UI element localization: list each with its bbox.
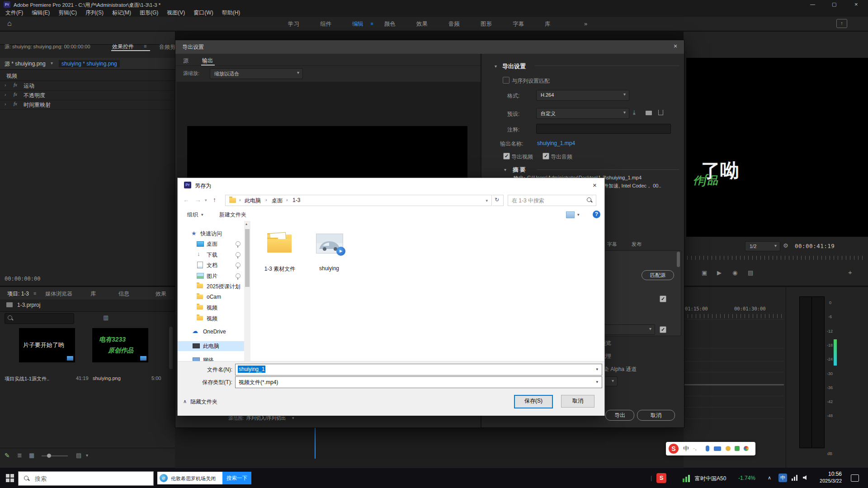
breadcrumb-current-folder[interactable]: 1-3 (292, 197, 300, 203)
clock-time[interactable]: 10:56 (816, 471, 842, 477)
up-icon[interactable]: ↑ (213, 196, 216, 203)
workspace-tab-effects[interactable]: 效果 (416, 20, 428, 28)
workspace-tab-color[interactable]: 颜色 (384, 20, 396, 28)
tab-libraries[interactable]: 库 (90, 290, 96, 298)
file-video-thumb[interactable]: ▶ (316, 234, 343, 253)
address-bar[interactable]: › 此电脑 › 桌面 › 1-3 ▾ (225, 195, 492, 206)
fx-row-opacity[interactable]: › fx 不透明度 (0, 90, 175, 100)
tree-item-documents[interactable]: 文档 (178, 260, 245, 270)
extract-icon[interactable]: ▶ (717, 269, 722, 276)
panel-menu-icon[interactable]: ≡ (144, 43, 146, 49)
project-clip-thumb-2[interactable]: 电有3233 原创作品 (93, 328, 148, 362)
source-range-value[interactable]: 序列切入/序列切出 (246, 415, 286, 422)
file-folder-name[interactable]: 1-3 素材文件 (260, 265, 300, 273)
workspace-overflow-icon[interactable]: » (584, 20, 587, 27)
tab-effect-controls[interactable]: 效果控件 (112, 43, 134, 51)
clip-name[interactable]: 项目实战1-1源文件.. (5, 375, 49, 382)
sogou-logo-icon[interactable]: S (669, 444, 679, 454)
export-button[interactable]: 导出 (605, 410, 634, 421)
setting-checkbox[interactable]: ✓ (660, 326, 666, 333)
forward-icon[interactable]: → (195, 196, 201, 203)
comment-input[interactable] (536, 124, 671, 134)
chevron-down-icon[interactable]: ▾ (596, 367, 598, 371)
monitor-ruler[interactable] (687, 256, 866, 260)
scroll-up-icon[interactable]: ▴ (245, 222, 247, 226)
keyboard-icon[interactable] (714, 446, 721, 451)
chevron-down-icon[interactable]: ▾ (486, 198, 488, 203)
match-sequence-checkbox[interactable] (503, 77, 509, 84)
sort-icon[interactable]: ▤ (76, 452, 81, 459)
network-icon[interactable] (791, 474, 798, 481)
format-select[interactable]: H.264▾ (536, 90, 629, 101)
tree-item-this-pc-selected[interactable]: 此电脑 (178, 341, 245, 351)
tree-item-ocam[interactable]: oCam (178, 292, 245, 302)
chevron-down-icon[interactable]: ▾ (86, 453, 88, 458)
minimize-button[interactable]: — (810, 1, 815, 7)
tree-item-onedrive[interactable]: ☁ OneDrive (178, 327, 245, 337)
back-icon[interactable]: ← (183, 196, 189, 203)
tree-item-folder-2025[interactable]: 2025授课计划 (178, 282, 245, 291)
organize-button[interactable]: 组织 (187, 211, 198, 219)
menu-window[interactable]: 窗口(W) (193, 9, 213, 17)
tray-sogou-icon[interactable]: S (656, 473, 666, 483)
share-icon[interactable]: ↑ (836, 19, 847, 28)
notification-center-icon[interactable] (851, 474, 859, 482)
panel-menu-icon[interactable]: ≡ (33, 291, 36, 296)
export-video-checkbox[interactable]: ✓ (503, 153, 510, 160)
workspace-tab-audio[interactable]: 音频 (448, 20, 460, 28)
history-chevron-icon[interactable]: ▾ (205, 198, 207, 202)
workspace-tab-libraries[interactable]: 库 (545, 20, 551, 28)
list-view-icon[interactable]: ≣ (17, 452, 22, 459)
project-search-input[interactable] (5, 313, 74, 324)
chevron-down-icon[interactable]: ▾ (577, 212, 580, 217)
clip-name[interactable]: shuiying.png (93, 375, 121, 381)
menu-edit[interactable]: 编辑(E) (32, 9, 50, 17)
source-scaling-select[interactable]: 缩放以适合▾ (210, 68, 303, 79)
fx-row-time-remap[interactable]: › fx 时间重映射 (0, 100, 175, 110)
tab-source-monitor[interactable]: 源: shuiying: shuiying.png: 00:00:00:00 (5, 43, 90, 50)
output-name-link[interactable]: shuiying_1.mp4 (537, 140, 575, 146)
playhead-line[interactable] (315, 427, 316, 459)
export-tab-publish[interactable]: 发布 (632, 241, 642, 248)
news-search-button[interactable]: 搜索一下 (222, 472, 251, 484)
lift-icon[interactable]: ▣ (702, 269, 707, 276)
chevron-down-icon[interactable]: ▾ (51, 61, 53, 66)
ime-toolbar[interactable]: S 中 ·, (666, 442, 755, 455)
ime-wheel-icon[interactable] (744, 446, 749, 451)
start-button[interactable] (6, 474, 14, 482)
setting-checkbox[interactable]: ✓ (660, 296, 666, 302)
zoom-slider[interactable] (42, 455, 68, 456)
zoom-slider-knob[interactable] (47, 454, 51, 458)
menu-clip[interactable]: 剪辑(C) (58, 9, 77, 17)
refresh-button[interactable]: ↻ (492, 195, 504, 206)
hide-folders-button[interactable]: 隐藏文件夹 (190, 398, 217, 406)
taskbar-search-box[interactable]: 搜索 (18, 471, 154, 486)
clip-sequence-label[interactable]: shuiying * shuiying.png (59, 60, 120, 67)
breadcrumb-this-pc[interactable]: 此电脑 (245, 197, 261, 205)
news-widget[interactable]: e 伦敦希思罗机场关闭 搜索一下 (157, 472, 251, 484)
scrollbar-track[interactable]: ▴ (244, 221, 250, 361)
workspace-tab-edit-active[interactable]: 编辑 (352, 20, 363, 28)
view-mode-icon[interactable] (566, 211, 575, 218)
news-headline[interactable]: 伦敦希思罗机场关闭 (171, 475, 216, 482)
tab-effects[interactable]: 效果 (156, 290, 166, 298)
tree-item-network[interactable]: 网络 (178, 355, 245, 361)
close-button[interactable]: × (854, 1, 858, 8)
workspace-tab-assembly[interactable]: 组件 (320, 20, 331, 28)
chevron-down-icon[interactable]: ▾ (495, 64, 497, 69)
export-frame-camera-icon[interactable]: ◉ (732, 269, 737, 276)
hide-folders-chevron-icon[interactable]: ∧ (183, 399, 187, 404)
workspace-tab-learn[interactable]: 学习 (288, 20, 299, 28)
menu-file[interactable]: 文件(F) (5, 9, 23, 17)
help-icon[interactable]: ? (593, 211, 600, 218)
stock-ticker-name[interactable]: 富时中国A50 (695, 475, 726, 483)
chevron-down-icon[interactable]: ▾ (504, 167, 506, 172)
workspace-edit-menu-icon[interactable]: ≡ (371, 21, 373, 26)
list-filter-icon[interactable]: ▥ (103, 314, 108, 321)
scrollbar[interactable] (169, 327, 173, 369)
match-source-button[interactable]: 匹配源 (642, 270, 674, 280)
comparison-view-icon[interactable]: ▤ (748, 269, 753, 276)
scrollbar-thumb[interactable] (245, 229, 250, 287)
import-preset-folder-icon[interactable] (646, 111, 652, 115)
tab-project-active[interactable]: 项目: 1-3 (7, 290, 29, 298)
